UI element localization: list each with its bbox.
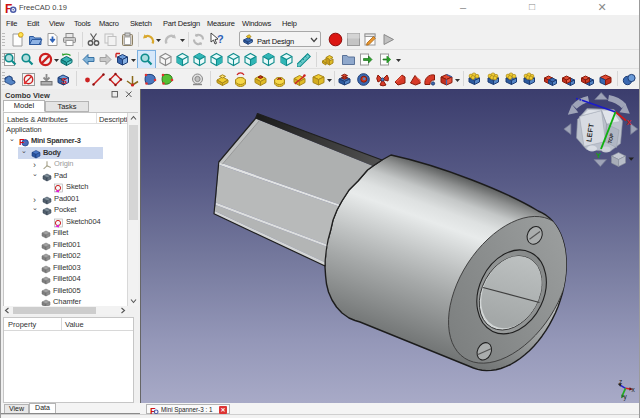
svg-text:?: ? [217, 33, 224, 45]
svg-text:S: S [61, 76, 67, 86]
svg-text:z: z [619, 378, 622, 385]
svg-text:F: F [19, 137, 25, 147]
svg-text:Y: Y [596, 151, 601, 160]
svg-text:X: X [627, 118, 632, 127]
